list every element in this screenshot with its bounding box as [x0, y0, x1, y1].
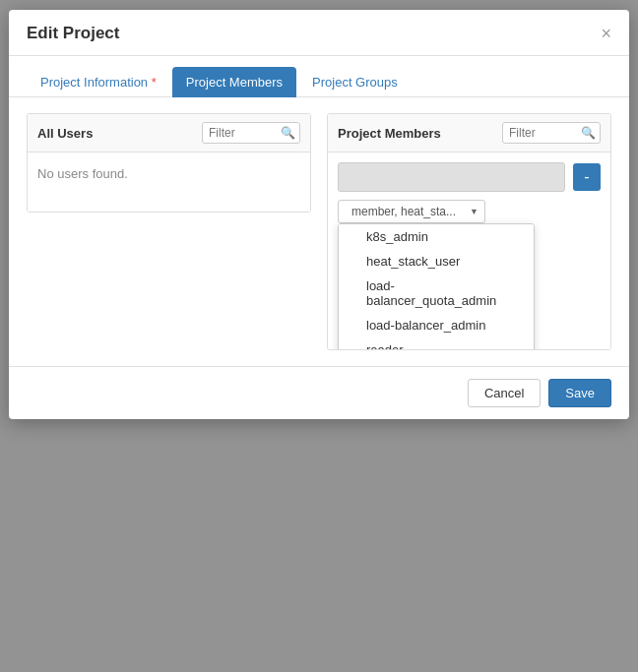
all-users-filter-wrap: 🔍: [202, 122, 300, 144]
dropdown-item-k8s-admin[interactable]: k8s_admin: [339, 224, 534, 249]
role-selector-row: member, heat_sta... k8s_admin heat_stack…: [338, 200, 601, 223]
tab-project-members[interactable]: Project Members: [172, 67, 296, 97]
modal-footer: Cancel Save: [9, 366, 629, 419]
project-members-title: Project Members: [338, 126, 441, 141]
project-members-panel-body: - member, heat_sta... k8s_admin heat_sta…: [328, 153, 610, 349]
no-users-text: No users found.: [37, 162, 300, 185]
all-users-title: All Users: [37, 126, 93, 141]
modal-title: Edit Project: [27, 24, 119, 43]
close-button[interactable]: ×: [601, 25, 611, 42]
member-name-input[interactable]: [338, 162, 565, 192]
all-users-panel-body: No users found.: [28, 153, 310, 212]
tab-project-groups[interactable]: Project Groups: [298, 67, 412, 97]
edit-project-modal: Edit Project × Project Information * Pro…: [9, 10, 629, 419]
dropdown-item-heat-stack-user[interactable]: heat_stack_user: [339, 249, 534, 274]
role-dropdown-button[interactable]: member, heat_sta...: [338, 200, 485, 223]
project-members-filter-input[interactable]: [502, 122, 601, 144]
project-members-column: Project Members 🔍 -: [327, 113, 611, 350]
dropdown-item-lb-admin[interactable]: load-balancer_admin: [339, 313, 534, 337]
project-members-filter-wrap: 🔍: [502, 122, 601, 144]
dropdown-item-reader[interactable]: reader: [339, 337, 534, 350]
all-users-column: All Users 🔍 No users found.: [27, 113, 311, 350]
all-users-panel: All Users 🔍 No users found.: [27, 113, 311, 213]
dropdown-item-lb-quota-admin[interactable]: load-balancer_quota_admin: [339, 274, 534, 313]
modal-body: All Users 🔍 No users found.: [9, 97, 629, 366]
project-members-panel-header: Project Members 🔍: [328, 114, 610, 153]
modal-tabs: Project Information * Project Members Pr…: [9, 56, 629, 97]
role-dropdown-menu: k8s_admin heat_stack_user load-balancer_…: [338, 223, 535, 350]
two-column-layout: All Users 🔍 No users found.: [27, 113, 611, 350]
remove-member-button[interactable]: -: [573, 163, 601, 191]
all-users-filter-input[interactable]: [202, 122, 300, 144]
save-button[interactable]: Save: [548, 379, 611, 407]
modal-header: Edit Project ×: [9, 10, 629, 56]
project-members-panel: Project Members 🔍 -: [327, 113, 611, 350]
cancel-button[interactable]: Cancel: [468, 379, 541, 407]
modal-overlay: Edit Project × Project Information * Pro…: [0, 0, 638, 672]
tab-project-information[interactable]: Project Information *: [27, 67, 170, 97]
all-users-panel-header: All Users 🔍: [28, 114, 310, 153]
member-row: -: [338, 162, 601, 192]
role-dropdown-wrap: member, heat_sta... k8s_admin heat_stack…: [338, 200, 485, 223]
